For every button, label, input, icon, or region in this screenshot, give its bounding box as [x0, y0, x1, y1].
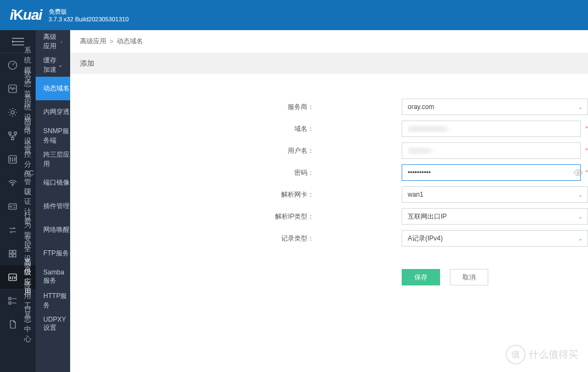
sidebar1-item-4[interactable]: 流控分流	[0, 147, 36, 171]
svg-point-20	[577, 171, 579, 174]
edition-label: 免费版	[49, 8, 129, 15]
svg-rect-14	[13, 250, 16, 253]
svg-rect-5	[12, 138, 14, 140]
form: 服务商： oray.com ⌄ 域名： * 用	[70, 74, 588, 285]
sidebar2-label: SNMP服务端	[43, 127, 70, 145]
svg-point-8	[12, 160, 13, 161]
chevron-left-icon: ‹	[60, 38, 62, 45]
logo: iKuai	[10, 7, 42, 24]
breadcrumb-b: 动态域名	[117, 37, 143, 46]
gear-icon	[8, 107, 18, 117]
sidebar2-item-5[interactable]: 端口镜像	[36, 171, 70, 194]
required-mark: *	[585, 147, 588, 154]
svg-rect-15	[9, 254, 12, 257]
breadcrumb-separator: >	[110, 38, 113, 45]
rectype-select[interactable]: A记录(IPv4)	[402, 230, 588, 247]
breadcrumb-a[interactable]: 高级应用	[80, 37, 106, 46]
sidebar2-label: FTP服务	[43, 249, 69, 258]
sidebar2-item-7[interactable]: 网络唤醒	[36, 218, 70, 242]
app-icon	[8, 272, 18, 282]
svg-rect-16	[13, 254, 16, 257]
sidebar2-item-9[interactable]: Samba服务	[36, 265, 70, 289]
label-username: 用户名：	[70, 146, 314, 156]
build-label: 3.7.3 x32 Build202305301310	[49, 15, 129, 23]
svg-point-2	[11, 111, 14, 114]
version-info: 免费版 3.7.3 x32 Build202305301310	[49, 8, 129, 23]
sidebar2-label: Samba服务	[43, 268, 70, 285]
sidebar2-label: 缓存加速	[43, 56, 58, 75]
username-input[interactable]	[402, 142, 581, 159]
save-button[interactable]: 保存	[402, 269, 440, 285]
network-icon	[8, 131, 18, 141]
cancel-button[interactable]: 取消	[450, 269, 488, 285]
label-domain: 域名：	[70, 124, 314, 134]
sidebar1-item-11[interactable]: 日志中心	[0, 312, 36, 336]
svg-point-7	[10, 158, 11, 159]
domain-input[interactable]	[402, 121, 581, 137]
sidebar2-item-2[interactable]: 内网穿透	[36, 100, 70, 124]
iptype-select[interactable]: 互联网出口IP	[402, 208, 588, 225]
log-icon	[8, 319, 18, 329]
tools-icon	[8, 296, 18, 306]
sidebar2-item-10[interactable]: HTTP服务	[36, 289, 70, 312]
chevron-down-icon: ⌄	[58, 62, 62, 68]
svg-point-12	[10, 205, 12, 207]
sidebar2-item-1[interactable]: 动态域名	[36, 77, 70, 100]
sidebar2-header[interactable]: 高级应用 ‹	[36, 30, 70, 53]
sliders-icon	[8, 154, 18, 164]
sidebar2-label: 插件管理	[43, 202, 70, 211]
sidebar2-label: 网络唤醒	[43, 225, 70, 234]
primary-sidebar: 系统概况状态监控系统设置网络设置流控分流AC管理认证计费行为管控安全设置高级应用…	[0, 30, 36, 372]
wifi-icon	[8, 178, 18, 188]
sidebar2-item-3[interactable]: SNMP服务端	[36, 124, 70, 147]
sidebar2-item-11[interactable]: UDPXY设置	[36, 312, 70, 336]
svg-rect-3	[9, 132, 11, 134]
nic-select[interactable]: wan1	[402, 186, 588, 203]
sidebar1-label: 日志中心	[24, 305, 36, 344]
secondary-sidebar: 高级应用 ‹ 缓存加速⌄动态域名内网穿透SNMP服务端跨三层应用端口镜像插件管理…	[36, 30, 70, 372]
svg-rect-13	[9, 250, 12, 253]
svg-point-9	[14, 158, 15, 159]
required-mark: *	[585, 125, 588, 133]
label-rectype: 记录类型：	[70, 234, 314, 243]
watermark-icon: 值	[506, 345, 526, 364]
app-header: iKuai 免费版 3.7.3 x32 Build202305301310	[0, 0, 588, 30]
sidebar2-label: 跨三层应用	[43, 150, 70, 169]
content-area: 高级应用 > 动态域名 添加 服务商： oray.com ⌄ 域名：	[70, 30, 588, 372]
label-provider: 服务商：	[70, 102, 314, 112]
svg-point-10	[12, 185, 13, 186]
password-input[interactable]	[402, 164, 581, 181]
activity-icon	[8, 84, 18, 94]
sidebar2-item-6[interactable]: 插件管理	[36, 194, 70, 218]
eye-icon[interactable]	[574, 169, 583, 176]
watermark: 值 什么值得买	[506, 345, 578, 364]
sidebar2-item-0[interactable]: 缓存加速⌄	[36, 53, 70, 77]
gauge-icon	[8, 60, 18, 70]
svg-rect-18	[9, 297, 11, 300]
provider-select[interactable]: oray.com	[402, 99, 588, 115]
label-password: 密码：	[70, 168, 314, 178]
label-iptype: 解析IP类型：	[70, 212, 314, 221]
watermark-text: 什么值得买	[529, 348, 578, 361]
sidebar2-label: 动态域名	[43, 84, 70, 93]
sidebar2-label: 端口镜像	[43, 178, 70, 187]
sidebar2-label: UDPXY设置	[43, 316, 70, 333]
page-subhead: 添加	[70, 53, 588, 74]
badge-icon	[8, 202, 18, 211]
svg-rect-19	[9, 302, 11, 304]
sidebar2-label: HTTP服务	[43, 291, 70, 310]
swap-icon	[8, 225, 18, 235]
sidebar2-label: 内网穿透	[43, 107, 70, 117]
menu-icon	[12, 38, 24, 45]
label-nic: 解析网卡：	[70, 190, 314, 199]
sidebar2-item-4[interactable]: 跨三层应用	[36, 147, 70, 171]
sidebar2-item-8[interactable]: FTP服务	[36, 242, 70, 265]
shield-icon	[8, 249, 18, 259]
sidebar2-title: 高级应用	[43, 32, 60, 51]
required-mark: *	[585, 169, 588, 176]
breadcrumb: 高级应用 > 动态域名	[70, 30, 588, 53]
svg-rect-4	[14, 132, 16, 134]
